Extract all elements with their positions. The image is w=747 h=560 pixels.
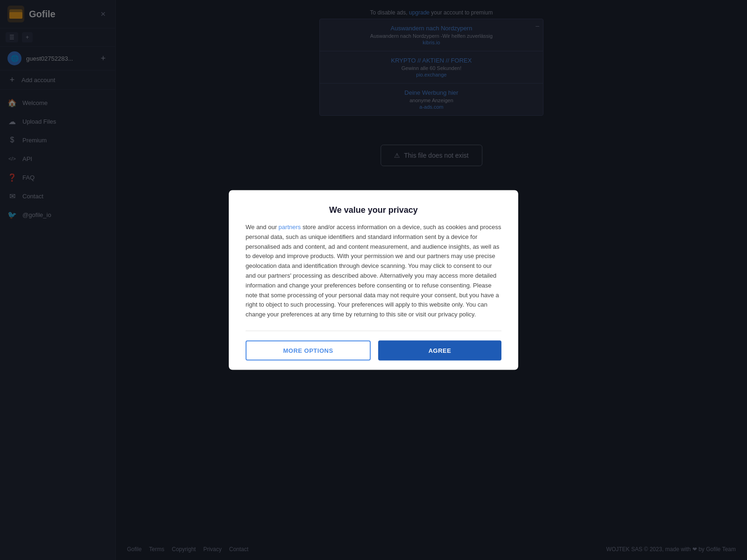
modal-title: We value your privacy (246, 205, 501, 215)
more-options-button[interactable]: MORE OPTIONS (246, 340, 371, 360)
modal-footer: MORE OPTIONS AGREE (229, 331, 518, 370)
modal-text: We and our partners store and/or access … (246, 223, 501, 320)
agree-button[interactable]: AGREE (378, 340, 501, 360)
modal-body: We value your privacy We and our partner… (229, 190, 518, 331)
partners-link[interactable]: partners (279, 224, 301, 231)
cookie-consent-modal: We value your privacy We and our partner… (229, 190, 518, 370)
